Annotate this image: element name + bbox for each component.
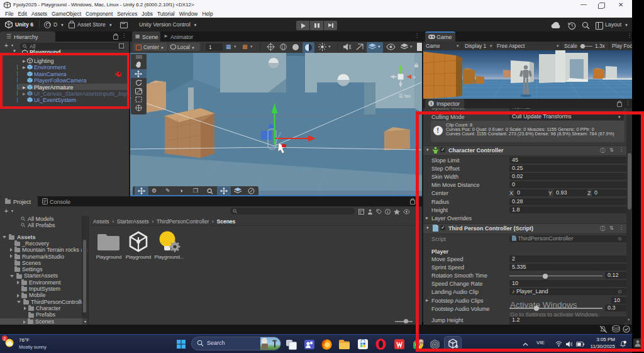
svg-text:☰ Iso: ☰ Iso xyxy=(399,93,411,99)
